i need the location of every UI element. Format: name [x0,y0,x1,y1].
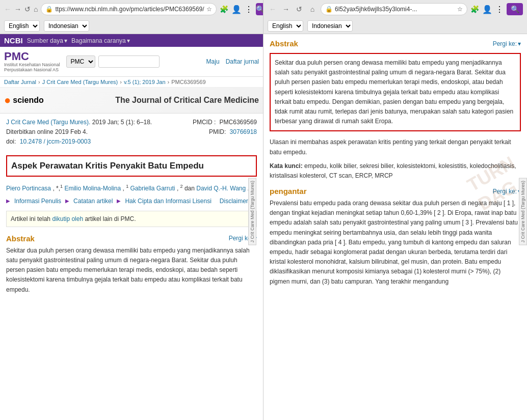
pmid-link[interactable]: 30766918 [230,128,257,135]
author-3-link[interactable]: Gabriella Garruti [130,185,175,192]
right-pergi-ke-icon: ▾ [518,40,521,47]
journal-title: The Journal of Critical Care Medicine [115,96,259,105]
pmc-maju-link[interactable]: Maju [206,58,220,65]
breadcrumb-item-4: PMC6369569 [171,79,205,85]
sciendo-dot-icon: ● [4,94,11,107]
pengantar-text: Prevalensi batu empedu pada orang dewasa… [264,197,527,289]
pmc-logo-area: PMC Institut Kesehatan Nasional Perpusta… [4,51,60,72]
star-icon: ☆ [206,6,212,13]
journal-link[interactable]: J Crit Care Med (Targu Mures). [6,119,90,126]
doi-line: doi: 10.2478 / jccm-2019-0003 [6,137,257,147]
article-notes-link[interactable]: Catatan artikel [73,198,113,205]
forward-button[interactable]: → [14,4,21,14]
right-lock-icon: 🔒 [325,6,333,13]
right-sidebar-tab: J Crit Care Med (Targu Mures) [519,178,527,245]
pengantar-heading: pengantar [270,187,307,195]
citation-notice: Artikel ini telah dikutip oleh artikel l… [6,211,257,227]
meta-line1: J Crit Care Med (Targu Mures). 2019 Jan;… [6,118,257,127]
right-browser-window: ← → ↺ ⌂ 🔒 6l52yax5jhk6wjlls35y3lomi4-...… [264,0,527,420]
left-abstract-text: Sekitar dua puluh persen orang dewasa me… [0,244,263,297]
citation-link[interactable]: dikutip oleh [52,215,83,222]
author-1-link[interactable]: Piero Portincasa [6,185,51,192]
journal-banner: ● sciendo The Journal of Critical Care M… [0,88,263,114]
author-4-link[interactable]: David Q.-H. Wang [196,185,246,192]
left-browser-chrome: ← → ↺ ⌂ 🔒 ttps://www.ncbi.nlm.nih.gov/pm… [0,0,263,34]
meta-line2: Diterbitkan online 2019 Feb 4. PMID: 307… [6,127,257,137]
pmc-search-area: PMC [66,55,160,68]
split-container: ← → ↺ ⌂ 🔒 ttps://www.ncbi.nlm.nih.gov/pm… [0,0,527,420]
info-links: ▶ Informasi Penulis ▶ Catatan artikel ▶ … [0,195,263,207]
article-meta: J Crit Care Med (Targu Mures). 2019 Jan;… [0,114,263,151]
right-url-bar[interactable]: 🔒 6l52yax5jhk6wjlls35y3lomi4-... ☆ [321,3,467,15]
right-abstrak-heading-row: Abstrak Pergi ke: ▾ [264,34,527,49]
right-menu-icon[interactable]: ⋮ [495,5,504,14]
right-abstrak-heading: Abstrak [270,39,298,48]
ncbi-header: NCBI Sumber daya ▾ Bagaimana caranya ▾ [0,34,263,47]
pmc-logo: PMC [4,51,60,62]
profile-icon: 👤 [231,5,242,14]
copyright-link[interactable]: Hak Cipta dan Informasi Lisensi [125,198,211,205]
breadcrumb-sep-1: › [38,79,40,85]
ncbi-resources-menu[interactable]: Sumber daya ▾ [27,37,67,44]
left-browser-window: ← → ↺ ⌂ 🔒 ttps://www.ncbi.nlm.nih.gov/pm… [0,0,264,420]
ncbi-howto-menu[interactable]: Bagaimana caranya ▾ [71,37,130,44]
arrow-right-icon-3: ▶ [117,198,121,204]
pengantar-pergi-ke[interactable]: Pergi ke: ▾ [493,188,521,195]
pmc-daftar-link[interactable]: Daftar jurnal [226,58,259,65]
right-url-text: 6l52yax5jhk6wjlls35y3lomi4-... [335,6,455,13]
reload-button[interactable]: ↺ [24,4,31,14]
left-sidebar-tab: J Crit Care Med (Targu Mures) [248,178,256,245]
right-forward-button[interactable]: → [281,4,291,14]
left-search-button[interactable]: 🔍 [256,3,264,15]
keywords-text: empedu, kolik bilier, sekresi bilier, ko… [270,162,516,179]
pmc-search-input[interactable] [98,55,160,68]
back-button[interactable]: ← [4,4,11,14]
abstrak-heading: Abstrak [6,234,35,243]
right-browser-chrome: ← → ↺ ⌂ 🔒 6l52yax5jhk6wjlls35y3lomi4-...… [264,0,527,34]
author-2-link[interactable]: Emilio Molina-Molina [64,185,121,192]
pmc-search-category-select[interactable]: PMC [66,55,95,68]
arrow-right-icon-2: ▶ [65,198,69,204]
right-target-lang-select[interactable]: Indonesian [307,20,353,32]
ulasan-text: Ulasan ini membahas aspek perawatan krit… [264,135,527,159]
menu-icon[interactable]: ⋮ [245,5,253,14]
article-title: Aspek Perawatan Kritis Penyakit Batu Emp… [6,155,257,177]
right-pergi-ke[interactable]: Pergi ke: ▾ [493,40,521,47]
doi-link[interactable]: 10.2478 / jccm-2019-0003 [20,138,91,145]
journal-citation: J Crit Care Med (Targu Mures). 2019 Jan;… [6,118,152,127]
left-page-content: NCBI Sumber daya ▾ Bagaimana caranya ▾ P… [0,34,263,420]
right-extensions-icon: 🧩 [470,5,479,13]
right-page-content: TURNDAG Abstrak Pergi ke: ▾ Sekitar dua … [264,34,527,420]
disclaimer-link[interactable]: Disclaimer [220,198,248,205]
authors: Piero Portincasa , *,1 Emilio Molina-Mol… [0,181,263,195]
author-info-link[interactable]: Informasi Penulis [14,198,61,205]
right-reload-button[interactable]: ↺ [294,4,304,14]
ncbi-logo: NCBI [4,36,23,45]
keywords: Kata kunci: empedu, kolik bilier, sekres… [264,159,527,183]
left-toolbar: English Indonesian [0,18,263,34]
right-toolbar: English Indonesian [264,18,527,34]
pmc-logo-subtitle1: Institut Kesehatan Nasional [4,62,60,67]
breadcrumb-item-1[interactable]: Daftar Jurnal [4,79,36,85]
lock-icon: 🔒 [45,6,53,13]
chevron-down-icon: ▾ [64,37,67,44]
right-back-button[interactable]: ← [268,4,278,14]
left-target-lang-select[interactable]: Indonesian [44,20,89,32]
pmc-nav-links: Maju Daftar jurnal [206,58,259,65]
left-source-lang-select[interactable]: English [4,20,40,32]
breadcrumb: Daftar Jurnal › J Crit Care Med (Targu M… [0,77,263,88]
right-search-button[interactable]: 🔍 [507,3,523,15]
breadcrumb-item-2[interactable]: J Crit Care Med (Targu Mures) [42,79,118,85]
breadcrumb-sep-2: › [120,79,122,85]
left-url-bar[interactable]: 🔒 ttps://www.ncbi.nlm.nih.gov/pmc/articl… [41,3,216,15]
home-button[interactable]: ⌂ [34,4,38,14]
breadcrumb-item-3[interactable]: v.5 (1); 2019 Jan [124,79,166,85]
abstrak-heading-row: Abstrak Pergi ke: ▾ [0,231,263,244]
right-home-button[interactable]: ⌂ [307,4,318,14]
sciendo-logo: ● sciendo [4,94,44,107]
sciendo-label: sciendo [13,96,43,105]
left-url-text: ttps://www.ncbi.nlm.nih.gov/pmc/articles… [55,6,204,13]
extensions-icon: 🧩 [220,5,228,13]
pmc-header: PMC Institut Kesehatan Nasional Perpusta… [0,47,263,77]
right-source-lang-select[interactable]: English [268,20,303,32]
